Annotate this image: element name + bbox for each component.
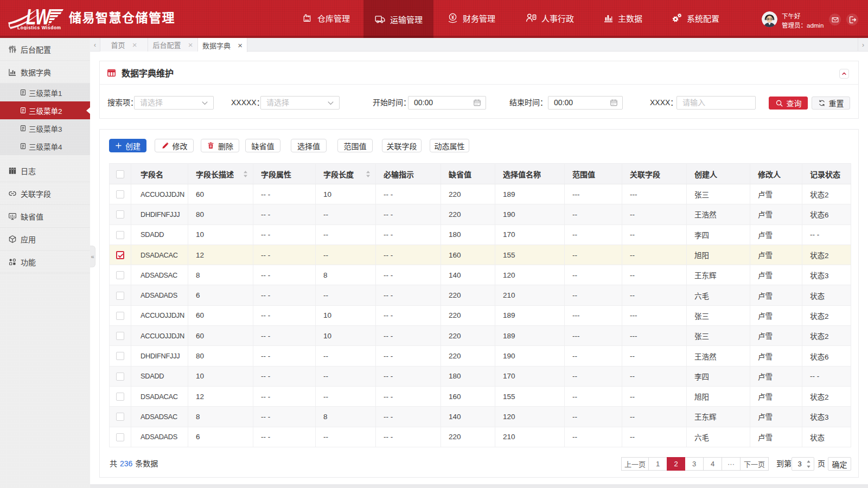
svg-text:Logistics Wisdom: Logistics Wisdom (17, 25, 61, 30)
